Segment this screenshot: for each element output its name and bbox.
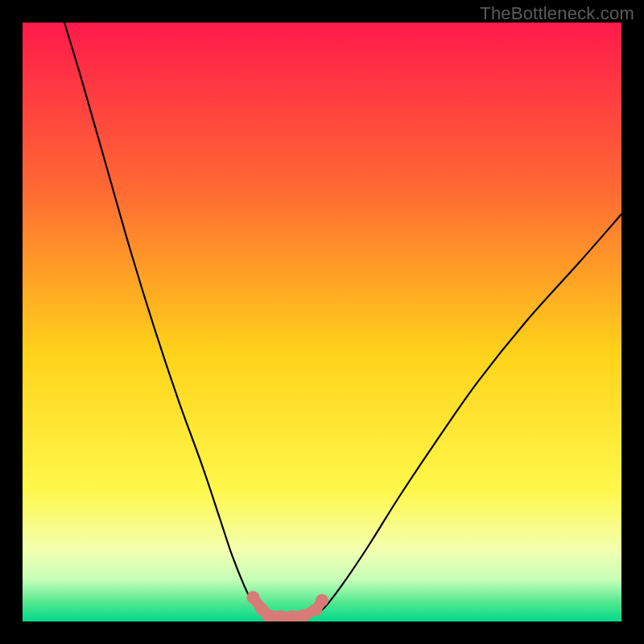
salmon-dot: [298, 609, 311, 621]
chart-svg: [23, 23, 621, 621]
outer-frame: TheBottleneck.com: [0, 0, 644, 644]
watermark-text: TheBottleneck.com: [480, 3, 634, 24]
gradient-background: [23, 23, 621, 621]
salmon-dot: [316, 594, 328, 607]
salmon-dot: [246, 591, 259, 604]
salmon-dot: [262, 609, 275, 621]
plot-area: [23, 23, 621, 621]
